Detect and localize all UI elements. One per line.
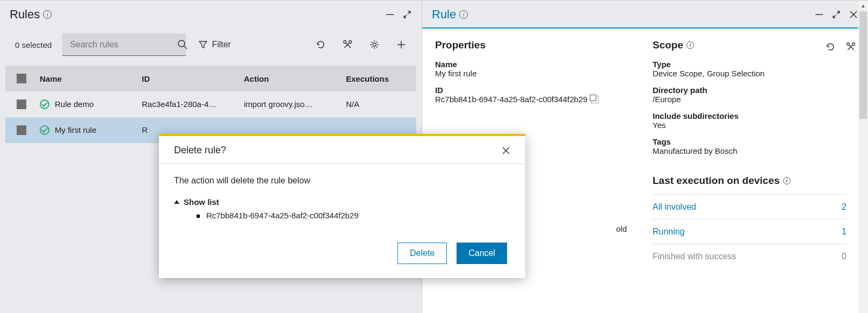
- subdir-label: Include subdirectories: [653, 111, 847, 120]
- filter-button[interactable]: Filter: [193, 33, 236, 56]
- info-icon[interactable]: i: [686, 41, 694, 49]
- list-item: Rc7bb841b-6947-4a25-8af2-c00f344f2b29: [197, 211, 510, 220]
- dialog-title: Delete rule?: [174, 145, 226, 156]
- scroll-thumb[interactable]: [859, 11, 867, 119]
- selected-count: 0 selected: [15, 40, 52, 49]
- scroll-up-icon[interactable]: ▲: [858, 1, 868, 10]
- delete-rule-dialog: Delete rule? The action will delete the …: [159, 134, 525, 278]
- name-value: My first rule: [435, 69, 629, 78]
- info-icon[interactable]: i: [43, 10, 52, 19]
- status-ok-icon: [40, 125, 49, 135]
- exec-row: Finished with success0: [653, 244, 847, 268]
- gear-icon[interactable]: [369, 39, 380, 50]
- search-input-wrap[interactable]: [62, 33, 186, 56]
- refresh-icon[interactable]: [825, 41, 836, 52]
- rules-table: Name ID Action Executions Rule demoRac3e…: [5, 66, 416, 143]
- show-list-label: Show list: [184, 197, 219, 207]
- row-name: Rule demo: [55, 99, 94, 109]
- id-label: ID: [435, 86, 629, 95]
- type-value: Device Scope, Group Selection: [653, 69, 847, 78]
- info-icon[interactable]: i: [459, 10, 468, 19]
- rules-title: Rules i: [10, 8, 52, 22]
- row-checkbox[interactable]: [17, 125, 26, 135]
- col-action[interactable]: Action: [242, 74, 344, 83]
- row-action: import groovy.jso…: [242, 99, 344, 109]
- scope-column: Scope i Type Device Scope, Group Selecti…: [640, 39, 868, 313]
- dialog-item-list: Rc7bb841b-6947-4a25-8af2-c00f344f2b29: [174, 211, 510, 220]
- col-id[interactable]: ID: [140, 74, 242, 83]
- row-id: Rac3e4fa1-280a-4…: [140, 99, 242, 109]
- exec-count: 2: [842, 202, 847, 212]
- svg-point-1: [178, 40, 185, 47]
- scope-heading: Scope i: [653, 39, 847, 51]
- expand-icon[interactable]: [831, 10, 841, 19]
- svg-point-4: [349, 41, 352, 44]
- chevron-up-icon: [174, 200, 179, 204]
- exec-label: Running: [653, 227, 685, 237]
- path-value: /Europe: [653, 95, 847, 104]
- exec-label: Finished with success: [653, 252, 736, 261]
- table-row[interactable]: Rule demoRac3e4fa1-280a-4…import groovy.…: [5, 91, 416, 117]
- expand-icon[interactable]: [402, 10, 412, 19]
- table-header: Name ID Action Executions: [5, 66, 416, 91]
- show-list-toggle[interactable]: Show list: [174, 197, 510, 207]
- minimize-icon[interactable]: [385, 10, 395, 19]
- dialog-message: The action will delete the rule below: [174, 176, 510, 186]
- row-name: My first rule: [55, 125, 97, 134]
- tools-icon[interactable]: [342, 39, 353, 50]
- minimize-icon[interactable]: [814, 10, 824, 19]
- col-executions[interactable]: Executions: [344, 74, 408, 83]
- tools-icon[interactable]: [845, 41, 856, 52]
- plus-icon[interactable]: [396, 39, 407, 50]
- scrollbar[interactable]: ▲: [858, 1, 868, 313]
- close-icon[interactable]: [502, 146, 510, 155]
- rules-toolbar: 0 selected Filter: [0, 27, 422, 56]
- subdir-value: Yes: [653, 120, 847, 130]
- rule-title: Rule i: [432, 8, 468, 22]
- search-icon[interactable]: [177, 39, 188, 50]
- filter-label: Filter: [212, 40, 231, 49]
- svg-line-2: [184, 46, 187, 49]
- type-label: Type: [653, 60, 847, 69]
- exec-count: 1: [842, 227, 847, 237]
- copy-icon[interactable]: [591, 96, 598, 103]
- properties-heading: Properties: [435, 39, 629, 51]
- row-checkbox[interactable]: [17, 99, 26, 109]
- row-id: R: [140, 125, 242, 134]
- status-ok-icon: [40, 99, 49, 109]
- svg-point-5: [373, 43, 376, 46]
- tags-label: Tags: [653, 137, 847, 146]
- row-executions: N/A: [344, 99, 408, 109]
- path-label: Directory path: [653, 86, 847, 95]
- svg-point-12: [852, 43, 855, 46]
- svg-point-3: [344, 41, 346, 44]
- exec-row[interactable]: Running1: [653, 219, 847, 244]
- rules-title-text: Rules: [10, 8, 40, 22]
- name-label: Name: [435, 60, 629, 69]
- rule-title-text: Rule: [432, 8, 456, 22]
- exec-count: 0: [842, 252, 847, 261]
- select-all-checkbox[interactable]: [17, 74, 26, 83]
- info-icon[interactable]: i: [783, 177, 791, 184]
- col-name[interactable]: Name: [38, 74, 140, 83]
- search-input[interactable]: [70, 40, 177, 49]
- exec-heading: Last execution on devices i: [653, 175, 847, 187]
- cancel-button[interactable]: Cancel: [457, 243, 507, 264]
- exec-label: All involved: [653, 202, 696, 212]
- tags-value: Manufactured by Bosch: [653, 146, 847, 155]
- delete-button[interactable]: Delete: [397, 243, 447, 264]
- svg-point-11: [847, 43, 850, 46]
- close-icon[interactable]: [849, 10, 858, 19]
- refresh-icon[interactable]: [315, 39, 326, 50]
- exec-row[interactable]: All involved2: [653, 194, 847, 219]
- id-value: Rc7bb841b-6947-4a25-8af2-c00f344f2b29: [435, 95, 588, 104]
